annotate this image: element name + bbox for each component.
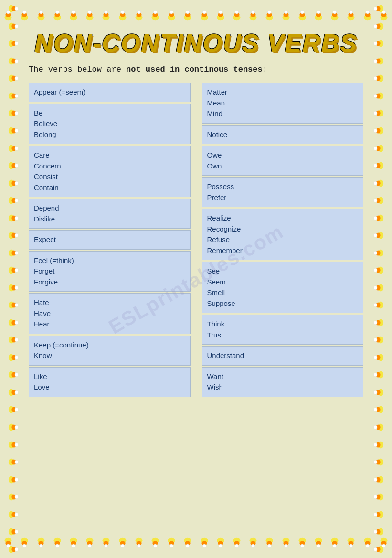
candy-icon — [148, 537, 162, 550]
verb-line: Mean — [207, 98, 359, 109]
verb-cell: Expect — [29, 230, 191, 250]
svg-point-303 — [15, 478, 18, 481]
svg-point-146 — [202, 544, 206, 547]
svg-point-100 — [21, 538, 28, 543]
candy-icon — [198, 8, 211, 21]
svg-point-248 — [9, 249, 14, 256]
verb-line: Believe — [34, 118, 185, 129]
svg-point-324 — [378, 22, 383, 30]
svg-point-195 — [15, 7, 18, 10]
svg-point-279 — [15, 374, 18, 377]
svg-point-300 — [9, 476, 14, 483]
svg-point-398 — [374, 338, 377, 342]
svg-point-298 — [15, 460, 18, 463]
svg-point-228 — [9, 162, 14, 169]
svg-point-340 — [378, 92, 383, 99]
svg-point-358 — [374, 164, 377, 167]
svg-point-43 — [170, 11, 173, 14]
svg-point-1 — [5, 12, 11, 17]
svg-point-129 — [136, 541, 141, 545]
candy-icon — [296, 8, 309, 21]
verb-line: Possess — [207, 181, 359, 192]
candy-icon — [8, 37, 21, 50]
svg-point-381 — [376, 268, 380, 273]
verb-line: Consist — [34, 171, 185, 182]
svg-point-81 — [332, 12, 338, 17]
svg-point-76 — [315, 15, 322, 20]
verb-line: Think — [207, 319, 359, 330]
svg-point-259 — [15, 286, 18, 289]
svg-point-350 — [374, 129, 377, 132]
svg-point-406 — [374, 373, 377, 377]
candy-icon — [361, 8, 374, 21]
svg-point-227 — [15, 147, 18, 150]
svg-point-367 — [374, 199, 377, 202]
svg-point-199 — [15, 25, 18, 28]
candy-icon — [8, 333, 21, 347]
candy-icon — [312, 8, 325, 21]
candy-icon — [371, 421, 384, 434]
candy-icon — [328, 8, 341, 21]
candy-icon — [371, 438, 384, 452]
svg-point-277 — [11, 372, 16, 378]
svg-point-440 — [378, 528, 383, 536]
svg-point-51 — [203, 11, 206, 14]
svg-point-360 — [378, 179, 383, 187]
svg-point-428 — [378, 476, 383, 483]
candy-icon — [8, 298, 21, 312]
verb-line: Expect — [34, 234, 185, 245]
svg-point-237 — [11, 198, 16, 203]
svg-point-258 — [15, 286, 18, 289]
svg-point-118 — [88, 544, 91, 547]
svg-point-109 — [54, 541, 60, 545]
svg-point-276 — [9, 371, 14, 379]
svg-point-366 — [374, 199, 377, 202]
svg-point-310 — [15, 513, 18, 516]
svg-point-355 — [374, 147, 377, 150]
svg-point-261 — [11, 303, 16, 308]
svg-point-359 — [374, 164, 377, 167]
candy-icon — [8, 490, 21, 504]
svg-point-137 — [169, 541, 174, 545]
svg-point-138 — [170, 544, 173, 547]
svg-point-236 — [9, 197, 14, 204]
svg-point-178 — [333, 544, 336, 547]
svg-point-35 — [138, 11, 140, 14]
svg-point-93 — [381, 12, 386, 17]
svg-point-186 — [366, 544, 369, 547]
svg-point-180 — [348, 538, 355, 543]
svg-point-357 — [376, 163, 380, 168]
verb-line: Remember — [207, 245, 359, 256]
svg-point-200 — [9, 40, 14, 47]
subtitle-suffix: : — [263, 65, 267, 74]
candy-icon — [296, 537, 309, 550]
svg-point-86 — [350, 11, 353, 14]
candy-icon — [148, 8, 162, 21]
svg-point-401 — [376, 355, 380, 360]
svg-point-57 — [234, 12, 239, 17]
svg-point-84 — [348, 15, 355, 20]
svg-point-144 — [201, 538, 208, 543]
svg-point-62 — [251, 11, 254, 14]
verb-cell: PossessPrefer — [202, 177, 364, 207]
candy-icon — [198, 537, 211, 550]
svg-point-229 — [11, 163, 16, 168]
svg-point-301 — [11, 477, 16, 482]
svg-point-241 — [11, 215, 16, 221]
svg-point-56 — [233, 15, 240, 20]
verb-line: Like — [34, 371, 185, 382]
svg-point-82 — [333, 11, 336, 14]
candy-icon — [344, 537, 358, 550]
verb-line: Realize — [207, 213, 359, 224]
candy-icon — [371, 263, 384, 277]
svg-point-176 — [331, 538, 339, 543]
candy-icon — [18, 537, 31, 550]
svg-point-36 — [151, 15, 159, 20]
subtitle-prefix: The verbs below are — [29, 65, 126, 74]
candy-icon — [371, 159, 384, 172]
candy-icon — [8, 438, 21, 452]
svg-point-404 — [378, 371, 383, 379]
svg-point-292 — [9, 441, 14, 448]
svg-point-438 — [374, 513, 377, 516]
svg-point-284 — [9, 406, 14, 413]
